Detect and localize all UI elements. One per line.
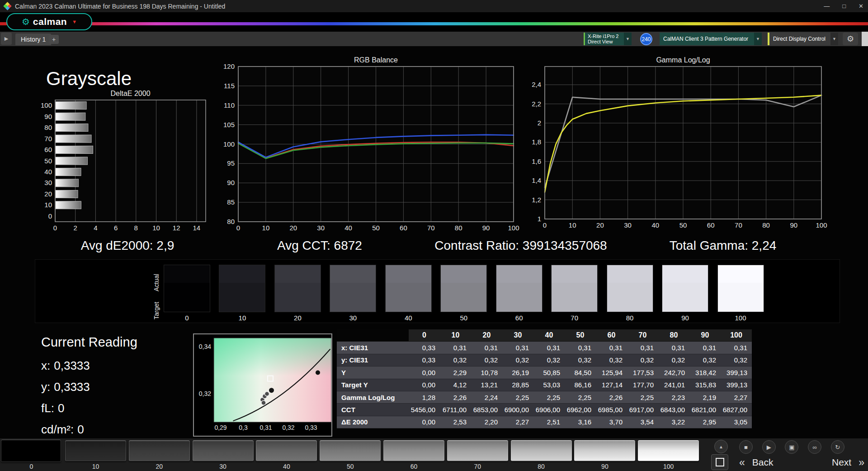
level-label-0: 0 [1,463,62,470]
svg-text:40: 40 [651,221,659,229]
swatch-0-actual [164,265,210,283]
svg-text:1: 1 [538,215,541,223]
rainbow-strip [0,22,868,25]
table-cell: 0,33 [409,354,440,366]
svg-text:100: 100 [223,140,235,148]
table-cell: 6711,00 [440,404,471,416]
svg-text:50: 50 [679,221,687,229]
stop-button[interactable]: ■ [739,440,753,454]
table-cell: 2,25 [565,391,596,404]
reading-y-value: 0,3333 [54,380,90,394]
rgb-balance-chart: 0102030405060708090100808590951001051101… [212,55,529,236]
svg-text:12: 12 [173,224,180,232]
level-pattern-button-90[interactable] [574,440,635,461]
table-corner-cell [337,329,409,342]
level-pattern-button-50[interactable] [320,440,381,461]
level-pattern-button-60[interactable] [383,440,444,461]
maximize-button[interactable]: □ [842,3,846,10]
meter-dropdown[interactable]: X-Rite i1Pro 2 Direct View ▼ [584,33,632,45]
svg-text:14: 14 [193,224,201,232]
close-button[interactable]: ✕ [859,3,863,10]
swatch-100 [717,265,764,312]
table-cell: 3,54 [627,416,658,428]
table-cell: 241,01 [658,379,689,391]
link-button[interactable]: ∞ [808,440,821,454]
settings-gear-button[interactable]: ⚙ [843,33,858,45]
table-cell: 0,32 [502,354,533,366]
grayscale-swatch-strip: Actual Target 0102030405060708090100 [35,259,840,323]
table-row-label: Y [337,366,409,379]
table-cell: 13,21 [471,379,502,391]
table-cell: 10,78 [471,366,502,379]
swatch-50 [440,265,487,312]
pattern-window-button[interactable] [711,454,728,470]
level-label-90: 90 [574,463,635,470]
table-row-label: y: CIE31 [337,354,409,366]
table-cell: 6906,00 [533,404,565,416]
edge-panel-handle[interactable] [862,32,868,46]
table-cell: 0,31 [721,342,752,354]
refresh-button[interactable]: ↻ [831,440,844,454]
level-pattern-button-0[interactable] [1,439,61,462]
back-chevron-icon: « [739,457,745,469]
swatch-50-actual [441,265,486,283]
workflow-expand-button[interactable]: ▶ [1,33,12,45]
play-button[interactable]: ▶ [762,440,776,454]
display-control-dropdown[interactable]: Direct Display Control ▼ [768,33,838,45]
level-pattern-button-80[interactable] [511,440,572,461]
tab-history-1[interactable]: History 1 [15,33,51,45]
display-control-caret-icon[interactable]: ▼ [830,33,838,45]
meter-label: X-Rite i1Pro 2 Direct View [585,33,624,44]
svg-text:60: 60 [400,224,407,232]
table-cell: 2,25 [627,391,658,404]
pattern-generator-label: CalMAN Client 3 Pattern Generator [660,36,754,42]
svg-text:90: 90 [227,179,235,186]
svg-text:50: 50 [372,224,380,232]
svg-text:2: 2 [538,119,541,127]
swatch-30-target [330,283,376,312]
current-reading-title: Current Reading [41,335,137,350]
level-pattern-button-30[interactable] [193,440,254,461]
level-pattern-button-20[interactable] [129,440,190,461]
calman-wordmark: calman [33,16,67,27]
titlebar: Calman 2023 Calman Ultimate for Business… [0,0,868,12]
svg-text:Gamma Log/Log: Gamma Log/Log [656,56,710,64]
pattern-generator-caret-icon[interactable]: ▼ [754,33,762,45]
logo-dropdown-icon[interactable]: ▼ [72,19,77,24]
meter-line1: X-Rite i1Pro 2 [588,33,624,39]
table-cell: 2,20 [471,416,502,428]
next-button[interactable]: Next » [814,455,864,470]
level-pattern-button-40[interactable] [256,440,317,461]
back-button[interactable]: « Back [739,455,798,470]
svg-text:1,8: 1,8 [532,138,541,146]
table-cell: 0,32 [721,354,752,366]
level-pattern-button-100[interactable] [638,440,699,461]
calman-logo-button[interactable]: ⚙ calman ▼ [6,13,92,30]
level-pattern-button-10[interactable] [65,440,126,461]
table-cell: 26,19 [502,366,533,379]
table-cell: 86,16 [565,379,596,391]
table-cell: 0,31 [502,342,533,354]
measurement-table: 0102030405060708090100x: CIE310,330,310,… [337,329,752,428]
minimize-button[interactable]: — [824,3,830,10]
svg-text:100: 100 [41,101,52,109]
swatch-80-actual [607,265,653,283]
table-cell: 0,31 [689,342,721,354]
table-cell: 0,31 [533,342,565,354]
collapse-button[interactable]: ▲ [714,440,728,453]
table-cell: 0,32 [627,354,658,366]
table-cell: 3,70 [596,416,627,428]
next-chevron-icon: » [859,457,864,469]
meter-caret-icon[interactable]: ▼ [624,33,632,45]
table-cell: 2,27 [502,416,533,428]
svg-text:90: 90 [790,221,797,229]
level-pattern-button-70[interactable] [447,440,508,461]
page-title: Grayscale [46,68,132,90]
svg-text:0,29: 0,29 [214,424,226,431]
next-label: Next [832,457,851,468]
stat-avg-de2000: Avg dE2000: 2,9 [81,238,175,253]
meter-line2: Direct View [588,39,624,44]
add-tab-button[interactable]: + [49,35,59,44]
save-button[interactable]: ▣ [785,440,798,454]
pattern-generator-dropdown[interactable]: CalMAN Client 3 Pattern Generator ▼ [660,33,762,45]
